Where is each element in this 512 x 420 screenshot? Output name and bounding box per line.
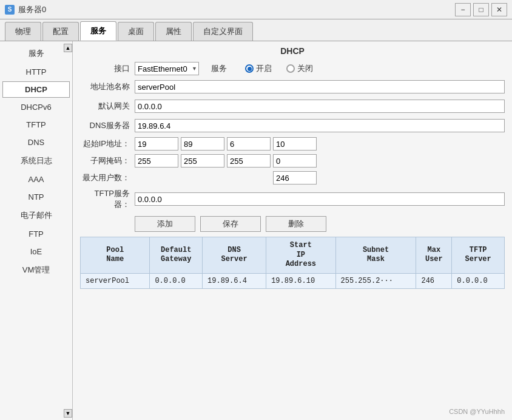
radio-on-option[interactable]: 开启 xyxy=(245,63,272,74)
tftp-server-input[interactable] xyxy=(135,192,505,206)
default-gateway-label: 默认网关 xyxy=(80,101,135,112)
start-ip-octet4[interactable] xyxy=(273,137,317,151)
cell-pool-name: serverPool xyxy=(81,273,150,288)
sidebar-item-dhcpv6[interactable]: DHCPv6 xyxy=(2,99,70,115)
start-ip-octet3[interactable] xyxy=(227,137,271,151)
main-area: ▲ 服务 HTTP DHCP DHCPv6 TFTP DNS 系统日志 AAA … xyxy=(0,41,512,420)
buttons-row: 添加 保存 删除 xyxy=(135,216,505,232)
start-ip-octet1[interactable] xyxy=(135,137,178,151)
default-gateway-input[interactable] xyxy=(135,100,505,113)
table-row[interactable]: serverPool 0.0.0.0 19.89.6.4 19.89.6.10 … xyxy=(81,273,505,288)
subnet-mask-octet1[interactable] xyxy=(135,154,178,168)
tab-custom-ui[interactable]: 自定义界面 xyxy=(193,22,253,41)
cell-tftp-server: 0.0.0.0 xyxy=(452,273,505,288)
sidebar-item-vm[interactable]: VM管理 xyxy=(2,261,70,279)
sidebar-item-aaa[interactable]: AAA xyxy=(2,171,70,188)
sidebar-item-ioe[interactable]: IoE xyxy=(2,243,70,260)
window-title: 服务器0 xyxy=(18,4,455,15)
radio-group: 开启 关闭 xyxy=(245,63,313,74)
save-button[interactable]: 保存 xyxy=(200,216,261,232)
dns-server-row: DNS服务器 xyxy=(80,118,505,134)
sidebar-scroll-up[interactable]: ▲ xyxy=(64,44,72,52)
window-controls: − □ ✕ xyxy=(455,3,507,16)
cell-dns-server: 19.89.6.4 xyxy=(203,273,266,288)
col-pool-name: PoolName xyxy=(81,237,150,274)
max-users-input[interactable] xyxy=(273,171,317,185)
tab-physics[interactable]: 物理 xyxy=(5,22,41,41)
sidebar-scroll-down[interactable]: ▼ xyxy=(64,409,72,418)
max-users-label: 最大用户数： xyxy=(80,172,135,183)
delete-button[interactable]: 删除 xyxy=(266,216,326,232)
tab-config[interactable]: 配置 xyxy=(42,22,79,41)
default-gateway-row: 默认网关 xyxy=(80,98,505,114)
sidebar-item-dhcp[interactable]: DHCP xyxy=(2,81,70,98)
col-default-gateway: DefaultGateway xyxy=(150,237,203,274)
col-subnet-mask: SubnetMask xyxy=(335,237,416,274)
subnet-mask-octet3[interactable] xyxy=(227,154,271,168)
dhcp-table: PoolName DefaultGateway DNSServer StartI… xyxy=(80,237,505,289)
start-ip-label: 起始IP地址： xyxy=(80,138,135,149)
pool-name-row: 地址池名称 xyxy=(80,79,505,95)
sidebar-item-syslog[interactable]: 系统日志 xyxy=(2,152,70,170)
dns-server-label: DNS服务器 xyxy=(80,120,135,131)
maximize-button[interactable]: □ xyxy=(473,3,489,16)
radio-off-option[interactable]: 关闭 xyxy=(286,63,313,74)
app-icon: S xyxy=(5,5,15,15)
subnet-mask-label: 子网掩码： xyxy=(80,155,135,166)
sidebar-item-http[interactable]: HTTP xyxy=(2,64,70,80)
radio-on-circle xyxy=(245,64,254,73)
content-panel: DHCP 接口 FastEthernet0 ▼ 服务 开启 xyxy=(73,41,512,420)
col-start-ip: StartIPAddress xyxy=(266,237,335,274)
tab-bar: 物理 配置 服务 桌面 属性 自定义界面 xyxy=(0,19,512,41)
cell-max-user: 246 xyxy=(416,273,452,288)
title-bar: S 服务器0 − □ ✕ xyxy=(0,0,512,19)
tab-desktop[interactable]: 桌面 xyxy=(118,22,154,41)
cell-default-gateway: 0.0.0.0 xyxy=(150,273,203,288)
pool-name-input[interactable] xyxy=(135,80,505,93)
tftp-server-label: TFTP服务器： xyxy=(80,188,135,210)
radio-on-label: 开启 xyxy=(256,63,272,74)
subnet-mask-row: 子网掩码： xyxy=(80,154,505,168)
close-button[interactable]: ✕ xyxy=(491,3,507,16)
col-max-user: MaxUser xyxy=(416,237,452,274)
add-button[interactable]: 添加 xyxy=(135,216,195,232)
tab-services[interactable]: 服务 xyxy=(80,21,116,41)
sidebar-item-services[interactable]: 服务 xyxy=(2,44,70,63)
tab-attributes[interactable]: 属性 xyxy=(155,22,192,41)
interface-dropdown-wrap: FastEthernet0 ▼ xyxy=(135,62,199,75)
col-dns-server: DNSServer xyxy=(203,237,266,274)
tftp-server-row: TFTP服务器： xyxy=(80,188,505,210)
subnet-mask-octet4[interactable] xyxy=(273,154,317,168)
sidebar-item-email[interactable]: 电子邮件 xyxy=(2,206,70,225)
start-ip-row: 起始IP地址： xyxy=(80,137,505,151)
interface-row: 接口 FastEthernet0 ▼ 服务 开启 关闭 xyxy=(80,62,505,75)
sidebar-item-tftp[interactable]: TFTP xyxy=(2,117,70,133)
col-tftp-server: TFTPServer xyxy=(452,237,505,274)
pool-name-label: 地址池名称 xyxy=(80,81,135,92)
sidebar-item-ntp[interactable]: NTP xyxy=(2,189,70,205)
start-ip-octet2[interactable] xyxy=(181,137,224,151)
radio-off-label: 关闭 xyxy=(297,63,313,74)
sidebar-item-dns[interactable]: DNS xyxy=(2,134,70,151)
dhcp-section-title: DHCP xyxy=(80,46,505,56)
radio-off-circle xyxy=(286,64,295,73)
service-label: 服务 xyxy=(211,63,227,74)
interface-label: 接口 xyxy=(80,63,135,74)
interface-select-wrap: FastEthernet0 ▼ xyxy=(135,62,199,75)
sidebar: ▲ 服务 HTTP DHCP DHCPv6 TFTP DNS 系统日志 AAA … xyxy=(0,41,73,420)
cell-start-ip: 19.89.6.10 xyxy=(266,273,335,288)
minimize-button[interactable]: − xyxy=(455,3,471,16)
subnet-mask-octet2[interactable] xyxy=(181,154,224,168)
max-users-row: 最大用户数： xyxy=(80,171,505,185)
cell-subnet-mask: 255.255.2··· xyxy=(335,273,416,288)
sidebar-item-ftp[interactable]: FTP xyxy=(2,226,70,242)
interface-select[interactable]: FastEthernet0 xyxy=(135,62,199,75)
dns-server-input[interactable] xyxy=(135,119,505,132)
